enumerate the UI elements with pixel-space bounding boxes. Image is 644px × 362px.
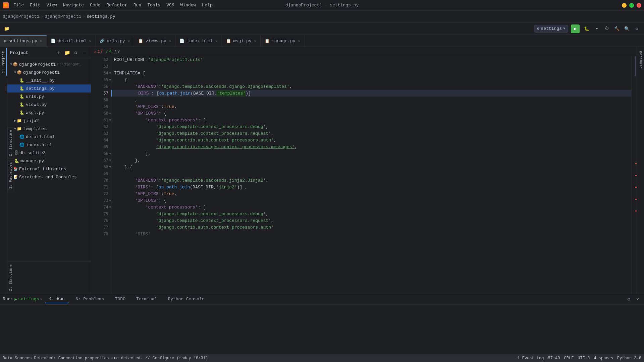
- menu-code[interactable]: Code: [87, 1, 103, 9]
- tab-wsgi-py[interactable]: 📋 wsgi.py ✕: [222, 35, 261, 47]
- scroll-up-icon[interactable]: ∧: [114, 49, 117, 54]
- tree-item-scratches[interactable]: ▶ 📝 Scratches and Consoles: [7, 173, 91, 181]
- tree-item-db-sqlite3[interactable]: 🗄 db.sqlite3: [7, 149, 91, 157]
- tree-item-templates[interactable]: ▼ 📁 templates: [7, 125, 91, 133]
- settings-icon[interactable]: ⚙: [633, 24, 641, 33]
- run-close-icon[interactable]: ✕: [40, 297, 42, 301]
- tree-item-index-html[interactable]: 🌐 index.html: [7, 141, 91, 149]
- tree-item-manage-py[interactable]: 🐍 manage.py: [7, 157, 91, 165]
- bottom-close-icon[interactable]: ✕: [634, 296, 641, 303]
- tree-item-urls-py[interactable]: 🐍 urls.py: [7, 93, 91, 101]
- menu-navigate[interactable]: Navigate: [60, 1, 87, 9]
- add-dir-icon[interactable]: 📁: [63, 49, 71, 57]
- status-line-ending[interactable]: CRLF: [564, 356, 574, 361]
- maximize-button[interactable]: □: [629, 3, 634, 8]
- tab-wsgi-close[interactable]: ✕: [254, 39, 257, 43]
- profile-icon[interactable]: ⏱: [602, 24, 611, 33]
- tab-index-close[interactable]: ✕: [215, 39, 218, 43]
- bottom-settings-icon[interactable]: ⚙: [625, 296, 633, 303]
- tab-manage-close[interactable]: ✕: [298, 39, 301, 43]
- menu-file[interactable]: File: [11, 1, 26, 9]
- tree-item-detail-html[interactable]: 🌐 detail.html: [7, 133, 91, 141]
- debug-icon[interactable]: 🐛: [582, 24, 591, 33]
- fold-74[interactable]: ▼: [109, 205, 111, 209]
- code-editor[interactable]: ROOT_URLCONF = 'djangoProject1.urls' TEM…: [111, 56, 631, 294]
- toolbar-right: ⚙ settings ▼ ▶ 🐛 ☂ ⏱ 🔨 🔍 ⚙: [534, 24, 641, 33]
- search-icon[interactable]: 🔍: [623, 24, 631, 33]
- coverage-icon[interactable]: ☂: [592, 24, 601, 33]
- tree-item-init-py[interactable]: 🐍 __init__.py: [7, 76, 91, 84]
- fold-73[interactable]: ▼: [109, 199, 111, 202]
- project-icon[interactable]: 📁: [3, 25, 11, 33]
- tree-item-views-py[interactable]: 🐍 views.py: [7, 101, 91, 109]
- minimize-button[interactable]: —: [622, 3, 627, 8]
- tab-detail-html[interactable]: 📄 detail.html ✕: [47, 35, 96, 47]
- menu-view[interactable]: View: [44, 1, 59, 9]
- tree-item-project-root[interactable]: ▼ 📦 djangoProject1 F:\djangoP…: [7, 60, 91, 68]
- breadcrumb-package[interactable]: djangoProject1: [45, 14, 81, 19]
- build-icon[interactable]: 🔨: [612, 24, 621, 33]
- menu-vcs[interactable]: VCS: [164, 1, 177, 9]
- menu-edit[interactable]: Edit: [27, 1, 43, 9]
- tab-views-close[interactable]: ✕: [169, 39, 171, 43]
- scrollbar-track[interactable]: [631, 56, 637, 294]
- fold-68[interactable]: ▼: [109, 165, 111, 169]
- add-file-icon[interactable]: +: [55, 49, 62, 57]
- run-play-button[interactable]: ▶: [571, 24, 580, 33]
- ln-69: 69: [94, 170, 108, 177]
- tab-settings-close[interactable]: ✕: [40, 39, 42, 43]
- tab-manage-py[interactable]: 📋 manage.py ✕: [261, 35, 305, 47]
- run-config-selector[interactable]: ⚙ settings ▼: [534, 25, 568, 33]
- bottom-tab-run[interactable]: 4: Run: [45, 295, 69, 303]
- menu-window[interactable]: Window: [178, 1, 199, 9]
- error-count[interactable]: ⚠ 17: [94, 49, 103, 54]
- sidebar-collapse-icon[interactable]: —: [81, 49, 88, 57]
- fold-61[interactable]: ▼: [109, 118, 111, 122]
- bottom-tab-terminal[interactable]: Terminal: [132, 295, 161, 303]
- sidebar-settings-icon[interactable]: ⚙: [72, 49, 79, 57]
- tree-item-jinja2[interactable]: ▶ 📁 jinja2: [7, 117, 91, 125]
- fold-66[interactable]: ▼: [109, 152, 111, 155]
- toolbar: 📁 ⚙ settings ▼ ▶ 🐛 ☂ ⏱ 🔨 🔍 ⚙: [0, 23, 644, 35]
- status-position[interactable]: 57:40: [548, 356, 560, 361]
- breadcrumb-file[interactable]: settings.py: [87, 14, 115, 19]
- code-line-66: ],: [111, 150, 631, 157]
- status-indent[interactable]: 4 spaces: [594, 356, 613, 361]
- tab-detail-close[interactable]: ✕: [89, 39, 92, 43]
- menu-run[interactable]: Run: [131, 1, 144, 9]
- menu-help[interactable]: Help: [199, 1, 215, 9]
- menu-refactor[interactable]: Refactor: [104, 1, 130, 9]
- structure-tab[interactable]: Z: Structure: [7, 262, 14, 294]
- tree-item-settings-py[interactable]: 🐍 settings.py: [7, 84, 91, 93]
- fold-60[interactable]: ▼: [109, 112, 111, 115]
- fold-54[interactable]: ▼: [109, 71, 111, 75]
- breadcrumb-project[interactable]: djangoProject1: [3, 14, 39, 19]
- status-encoding[interactable]: UTF-8: [578, 356, 590, 361]
- bottom-tab-problems[interactable]: 6: Problems: [71, 295, 108, 303]
- close-button[interactable]: ✕: [637, 3, 641, 8]
- fold-55[interactable]: ▼: [109, 78, 111, 81]
- scrollbar-thumb[interactable]: [635, 56, 636, 76]
- scroll-down-icon[interactable]: ∨: [117, 49, 120, 54]
- status-event-log[interactable]: 1 Event Log: [517, 356, 544, 361]
- bottom-tab-python-console[interactable]: Python Console: [164, 295, 208, 303]
- run-settings-badge[interactable]: ▶ settings ✕: [14, 297, 42, 302]
- tree-item-external-libs[interactable]: ▶ 📚 External Libraries: [7, 165, 91, 173]
- tab-urls-close[interactable]: ✕: [128, 39, 130, 43]
- status-python-version[interactable]: Python 3.6: [617, 356, 641, 361]
- bottom-tab-todo[interactable]: TODO: [111, 295, 129, 303]
- fold-67[interactable]: ▼: [109, 159, 111, 162]
- warning-count[interactable]: ✓ 4: [105, 49, 112, 54]
- database-panel-tab[interactable]: Database: [638, 48, 643, 71]
- tab-index-html[interactable]: 📄 index.html ✕: [175, 35, 222, 47]
- project-panel-tab[interactable]: 1: Project: [1, 48, 7, 76]
- tab-settings-py[interactable]: ⚙ settings.py ✕: [0, 35, 47, 47]
- tab-views-py[interactable]: 📋 views.py ✕: [134, 35, 175, 47]
- tree-item-django-package[interactable]: ▼ 📦 djangoProject1: [7, 68, 91, 76]
- tree-item-wsgi-py[interactable]: 🐍 wsgi.py: [7, 109, 91, 117]
- menu-tools[interactable]: Tools: [145, 1, 163, 9]
- status-detect-msg[interactable]: Data Sources Detected: Connection proper…: [3, 356, 208, 361]
- z-structure-tab[interactable]: Z: Structure: [7, 127, 14, 159]
- tab-urls-py[interactable]: 🔗 urls.py ✕: [96, 35, 134, 47]
- favorites-tab[interactable]: 2: Favorites: [7, 160, 14, 191]
